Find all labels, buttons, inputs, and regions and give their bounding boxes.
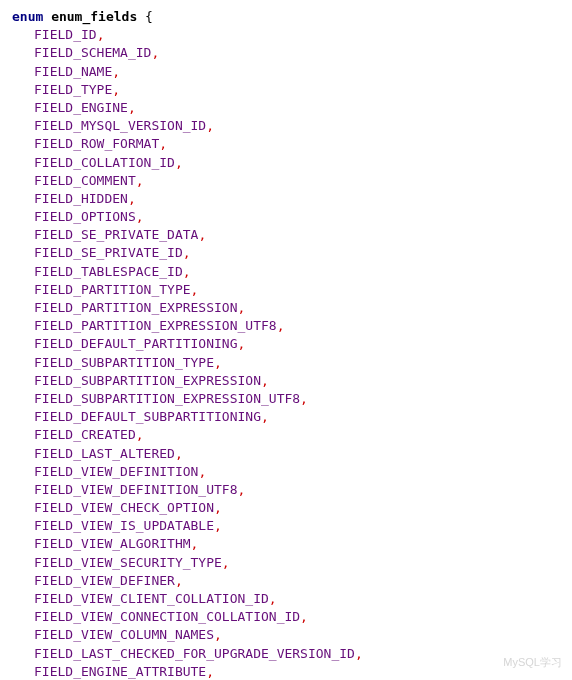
field-name: FIELD_PARTITION_EXPRESSION [34, 300, 238, 315]
enum-field: FIELD_SUBPARTITION_EXPRESSION, [12, 372, 560, 390]
comma: , [159, 136, 167, 151]
comma: , [269, 591, 277, 606]
comma: , [300, 391, 308, 406]
enum-field: FIELD_COLLATION_ID, [12, 154, 560, 172]
comma: , [128, 191, 136, 206]
field-name: FIELD_VIEW_DEFINITION [34, 464, 198, 479]
enum-field: FIELD_VIEW_CONNECTION_COLLATION_ID, [12, 608, 560, 626]
enum-field: FIELD_DEFAULT_SUBPARTITIONING, [12, 408, 560, 426]
field-name: FIELD_VIEW_CLIENT_COLLATION_ID [34, 591, 269, 606]
field-name: FIELD_TYPE [34, 82, 112, 97]
enum-field: FIELD_COMMENT, [12, 172, 560, 190]
enum-field: FIELD_VIEW_DEFINER, [12, 572, 560, 590]
field-name: FIELD_OPTIONS [34, 209, 136, 224]
comma: , [300, 609, 308, 624]
enum-field: FIELD_VIEW_CLIENT_COLLATION_ID, [12, 590, 560, 608]
comma: , [136, 173, 144, 188]
field-name: FIELD_ENGINE [34, 100, 128, 115]
field-name: FIELD_SUBPARTITION_EXPRESSION_UTF8 [34, 391, 300, 406]
comma: , [198, 464, 206, 479]
comma: , [214, 627, 222, 642]
comma: , [175, 573, 183, 588]
enum-field: FIELD_OPTIONS, [12, 208, 560, 226]
enum-field: FIELD_PARTITION_EXPRESSION, [12, 299, 560, 317]
comma: , [191, 536, 199, 551]
comma: , [136, 427, 144, 442]
comma: , [238, 482, 246, 497]
comma: , [112, 82, 120, 97]
comma: , [183, 264, 191, 279]
comma: , [128, 100, 136, 115]
field-name: FIELD_SUBPARTITION_EXPRESSION [34, 373, 261, 388]
comma: , [355, 646, 363, 661]
field-name: FIELD_SCHEMA_ID [34, 45, 151, 60]
field-name: FIELD_LAST_CHECKED_FOR_UPGRADE_VERSION_I… [34, 646, 355, 661]
enum-field: FIELD_ENGINE, [12, 99, 560, 117]
enum-field: FIELD_MYSQL_VERSION_ID, [12, 117, 560, 135]
field-name: FIELD_LAST_ALTERED [34, 446, 175, 461]
enum-field: FIELD_VIEW_CHECK_OPTION, [12, 499, 560, 517]
enum-field: FIELD_LAST_ALTERED, [12, 445, 560, 463]
field-name: FIELD_DEFAULT_PARTITIONING [34, 336, 238, 351]
enum-field: FIELD_PARTITION_TYPE, [12, 281, 560, 299]
enum-field: FIELD_SE_PRIVATE_DATA, [12, 226, 560, 244]
comma: , [277, 318, 285, 333]
watermark: MySQL学习 [503, 655, 562, 670]
field-name: FIELD_VIEW_COLUMN_NAMES [34, 627, 214, 642]
enum-field: FIELD_HIDDEN, [12, 190, 560, 208]
field-name: FIELD_NAME [34, 64, 112, 79]
enum-field: FIELD_VIEW_DEFINITION, [12, 463, 560, 481]
comma: , [238, 336, 246, 351]
enum-field: FIELD_SUBPARTITION_EXPRESSION_UTF8, [12, 390, 560, 408]
field-name: FIELD_COLLATION_ID [34, 155, 175, 170]
field-name: FIELD_ENGINE_ATTRIBUTE [34, 664, 206, 679]
comma: , [97, 27, 105, 42]
code-block: enum enum_fields { FIELD_ID,FIELD_SCHEMA… [12, 8, 560, 680]
field-name: FIELD_VIEW_ALGORITHM [34, 536, 191, 551]
comma: , [261, 373, 269, 388]
enum-field: FIELD_VIEW_COLUMN_NAMES, [12, 626, 560, 644]
comma: , [206, 118, 214, 133]
comma: , [238, 300, 246, 315]
enum-declaration: enum enum_fields { [12, 8, 560, 26]
enum-field: FIELD_TABLESPACE_ID, [12, 263, 560, 281]
comma: , [136, 209, 144, 224]
enum-field: FIELD_VIEW_SECURITY_TYPE, [12, 554, 560, 572]
comma: , [222, 555, 230, 570]
enum-field: FIELD_SE_PRIVATE_ID, [12, 244, 560, 262]
enum-field: FIELD_SUBPARTITION_TYPE, [12, 354, 560, 372]
comma: , [198, 227, 206, 242]
comma: , [206, 664, 214, 679]
enum-field: FIELD_DEFAULT_PARTITIONING, [12, 335, 560, 353]
field-name: FIELD_VIEW_DEFINER [34, 573, 175, 588]
comma: , [175, 446, 183, 461]
field-name: FIELD_SE_PRIVATE_DATA [34, 227, 198, 242]
enum-field: FIELD_PARTITION_EXPRESSION_UTF8, [12, 317, 560, 335]
field-name: FIELD_SUBPARTITION_TYPE [34, 355, 214, 370]
enum-field: FIELD_VIEW_DEFINITION_UTF8, [12, 481, 560, 499]
enum-field: FIELD_ROW_FORMAT, [12, 135, 560, 153]
comma: , [175, 155, 183, 170]
comma: , [214, 355, 222, 370]
keyword-enum: enum [12, 9, 43, 24]
field-name: FIELD_ID [34, 27, 97, 42]
field-name: FIELD_ROW_FORMAT [34, 136, 159, 151]
field-name: FIELD_SE_PRIVATE_ID [34, 245, 183, 260]
field-name: FIELD_HIDDEN [34, 191, 128, 206]
comma: , [183, 245, 191, 260]
field-name: FIELD_TABLESPACE_ID [34, 264, 183, 279]
comma: , [214, 518, 222, 533]
field-name: FIELD_PARTITION_EXPRESSION_UTF8 [34, 318, 277, 333]
enum-field: FIELD_ENGINE_ATTRIBUTE, [12, 663, 560, 680]
enum-name: enum_fields [51, 9, 137, 24]
comma: , [261, 409, 269, 424]
comma: , [214, 500, 222, 515]
field-name: FIELD_MYSQL_VERSION_ID [34, 118, 206, 133]
enum-field: FIELD_ID, [12, 26, 560, 44]
enum-field: FIELD_TYPE, [12, 81, 560, 99]
enum-field: FIELD_SCHEMA_ID, [12, 44, 560, 62]
field-name: FIELD_VIEW_CHECK_OPTION [34, 500, 214, 515]
field-name: FIELD_VIEW_IS_UPDATABLE [34, 518, 214, 533]
field-name: FIELD_VIEW_SECURITY_TYPE [34, 555, 222, 570]
enum-fields-list: FIELD_ID,FIELD_SCHEMA_ID,FIELD_NAME,FIEL… [12, 26, 560, 680]
